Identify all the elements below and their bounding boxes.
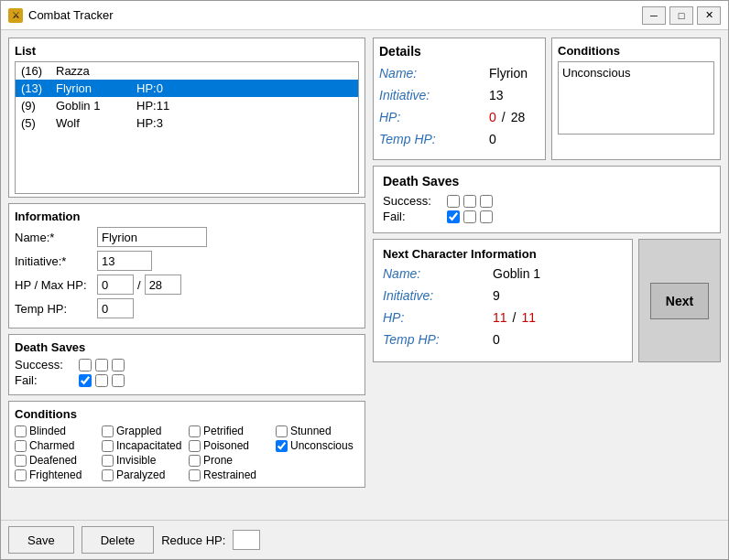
condition-label-prone: Prone [203,454,233,467]
list-name: Wolf [56,116,129,130]
close-button[interactable]: ✕ [697,6,721,25]
detail-hp-value: 0 [489,110,496,124]
list-item[interactable]: (16) Razza [16,62,358,80]
condition-frightened: Frightened [15,468,98,481]
conditions-right-content: Unconscious [562,66,630,80]
condition-empty2 [276,468,359,481]
condition-check-frightened[interactable] [15,469,27,481]
information-title: Information [15,210,359,223]
death-saves-right-title: Death Saves [383,174,711,188]
maximize-button[interactable]: □ [669,6,693,25]
conditions-right-section: Conditions Unconscious [551,38,721,160]
list-item[interactable]: (9) Goblin 1 HP:11 [16,97,358,114]
conditions-left-section: Conditions Blinded Grappled Petrified [8,401,365,488]
condition-check-poisoned[interactable] [189,440,201,452]
list-init: (16) [21,64,49,78]
condition-check-restrained[interactable] [189,469,201,481]
main-content: List (16) Razza (13) Flyrion HP:0 (9) G [1,30,728,520]
detail-temp-hp-label: Temp HP: [379,132,489,146]
condition-check-paralyzed[interactable] [102,469,114,481]
success-label: Success: [15,358,79,372]
condition-check-charmed[interactable] [15,440,27,452]
temp-hp-row: Temp HP: [15,298,359,318]
condition-grappled: Grappled [102,425,185,437]
right-success-check-1[interactable] [447,195,460,208]
right-fail-check-1[interactable] [447,210,460,223]
next-button-area: Next [638,239,721,362]
name-row: Name:* [15,227,359,247]
condition-check-deafened[interactable] [15,455,27,467]
condition-label-blinded: Blinded [29,425,66,437]
condition-paralyzed: Paralyzed [102,468,185,481]
next-hp-sep: / [513,310,517,325]
right-success-check-3[interactable] [480,195,493,208]
success-check-3[interactable] [112,359,125,372]
delete-button[interactable]: Delete [82,526,155,554]
max-hp-input[interactable] [145,275,181,295]
list-item[interactable]: (13) Flyrion HP:0 [16,80,358,97]
detail-hp-label: HP: [379,110,489,124]
condition-petrified: Petrified [189,425,272,437]
condition-label-grappled: Grappled [116,425,161,437]
name-input[interactable] [97,227,207,247]
list-item[interactable]: (5) Wolf HP:3 [16,114,358,132]
list-container[interactable]: (16) Razza (13) Flyrion HP:0 (9) Goblin … [15,61,359,194]
main-window: ⚔ Combat Tracker ─ □ ✕ List (16) Razza [0,0,729,560]
save-button[interactable]: Save [8,526,74,554]
condition-check-unconscious[interactable] [276,440,288,452]
initiative-input[interactable] [97,251,152,271]
condition-incapacitated: Incapacitated [102,439,185,452]
detail-initiative-value: 13 [489,88,504,102]
condition-check-petrified[interactable] [189,425,201,437]
detail-name-value: Flyrion [489,66,528,81]
next-temp-hp-label: Temp HP: [383,332,493,347]
detail-initiative-row: Initiative: 13 [379,88,539,102]
right-success-label: Success: [383,194,447,208]
next-initiative-label: Initiative: [383,288,493,303]
condition-check-invisible[interactable] [102,455,114,467]
condition-prone: Prone [189,454,272,467]
fail-check-3[interactable] [112,374,125,387]
success-check-2[interactable] [95,359,108,372]
hp-input[interactable] [97,275,134,295]
next-name-label: Name: [383,266,493,281]
right-fail-label: Fail: [383,210,447,223]
condition-check-grappled[interactable] [102,425,114,437]
fail-checkboxes [79,374,125,387]
fail-check-1[interactable] [79,374,92,387]
condition-label-poisoned: Poisoned [203,439,249,452]
next-hp-value: 11 [493,310,507,325]
next-button[interactable]: Next [650,283,709,319]
initiative-label: Initiative:* [15,254,97,268]
reduce-hp-label: Reduce HP: [161,533,225,547]
details-title: Details [379,44,539,59]
death-saves-right-section: Death Saves Success: Fail: [373,166,721,233]
condition-empty1 [276,454,359,467]
condition-label-invisible: Invisible [116,454,156,467]
success-checkboxes [79,359,125,372]
detail-temp-hp-value: 0 [489,132,496,146]
success-check-1[interactable] [79,359,92,372]
list-hp: HP:3 [136,116,163,130]
temp-hp-input[interactable] [97,298,134,318]
right-success-check-2[interactable] [463,195,476,208]
minimize-button[interactable]: ─ [642,6,666,25]
left-panel: List (16) Razza (13) Flyrion HP:0 (9) G [8,38,365,512]
condition-check-prone[interactable] [189,455,201,467]
list-init: (13) [21,81,49,95]
list-name: Razza [56,64,129,78]
detail-hp-sep: / [502,110,506,124]
right-fail-check-3[interactable] [480,210,493,223]
fail-check-2[interactable] [95,374,108,387]
condition-restrained: Restrained [189,468,272,481]
right-fail-check-2[interactable] [463,210,476,223]
condition-poisoned: Poisoned [189,439,272,452]
reduce-hp-input[interactable] [233,530,260,550]
condition-check-blinded[interactable] [15,425,27,437]
next-hp-max: 11 [521,310,536,325]
list-hp: HP:11 [136,99,169,113]
window-title: Combat Tracker [28,8,113,22]
condition-check-incapacitated[interactable] [102,440,114,452]
condition-check-stunned[interactable] [276,425,288,437]
condition-label-stunned: Stunned [290,425,332,437]
